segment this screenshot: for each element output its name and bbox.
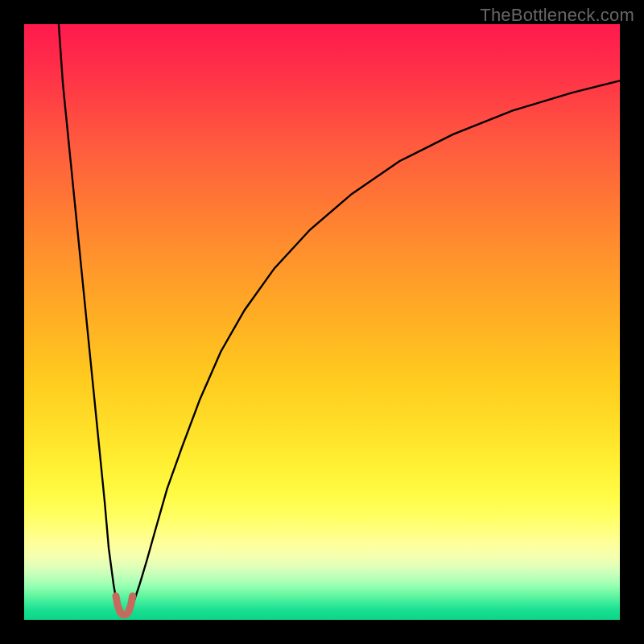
watermark-text: TheBottleneck.com	[480, 5, 634, 26]
plot-area	[24, 24, 620, 620]
curve-layer	[24, 24, 620, 620]
chart-frame: TheBottleneck.com	[0, 0, 644, 644]
cusp-marker	[116, 596, 133, 615]
curve-right-branch	[129, 80, 620, 612]
curve-left-branch	[59, 24, 119, 612]
